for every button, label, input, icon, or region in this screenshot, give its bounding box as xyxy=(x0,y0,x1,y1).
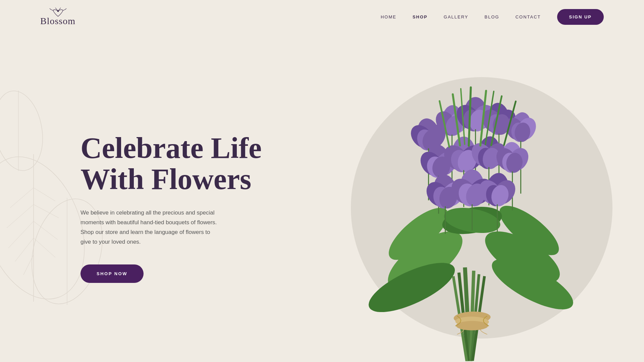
hero-image-area xyxy=(282,57,577,359)
svg-point-15 xyxy=(57,10,59,12)
hero-description: We believe in celebrating all the precio… xyxy=(80,208,221,247)
flower-bouquet xyxy=(341,66,616,361)
shop-now-button[interactable]: SHOP NOW xyxy=(80,264,144,283)
logo-text: Blossom xyxy=(40,16,75,26)
signup-button[interactable]: SIGN UP xyxy=(557,9,604,25)
nav-gallery[interactable]: GALLERY xyxy=(444,14,469,19)
main-nav: HOME SHOP GALLERY BLOG CONTACT SIGN UP xyxy=(381,9,604,25)
nav-blog[interactable]: BLOG xyxy=(485,14,499,19)
header: Blossom HOME SHOP GALLERY BLOG CONTACT S… xyxy=(0,0,644,34)
hero-section: Celebrate Life With Flowers We believe i… xyxy=(0,34,644,362)
nav-shop[interactable]: SHOP xyxy=(413,14,428,19)
svg-point-24 xyxy=(456,321,488,330)
nav-contact[interactable]: CONTACT xyxy=(516,14,541,19)
nav-home[interactable]: HOME xyxy=(381,14,396,19)
hero-title: Celebrate Life With Flowers xyxy=(80,133,282,195)
hero-text-block: Celebrate Life With Flowers We believe i… xyxy=(80,133,282,283)
logo[interactable]: Blossom xyxy=(40,7,75,26)
